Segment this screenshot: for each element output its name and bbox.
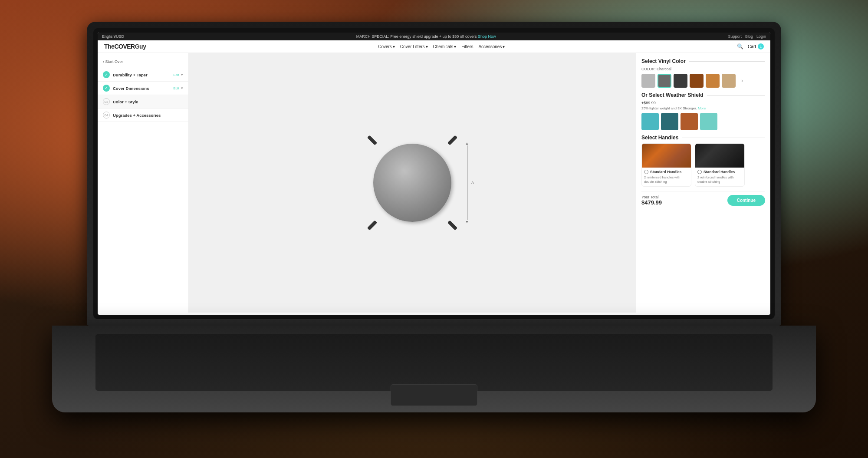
- weather-shield-title: Or Select Weather Shield: [641, 92, 765, 98]
- weather-shield-section: Or Select Weather Shield +$89.99 25% lig…: [641, 92, 765, 130]
- promo-text: MARCH SPECIAL: Free energy shield upgrad…: [124, 34, 728, 39]
- swatch-beige[interactable]: [722, 74, 736, 88]
- step-dimensions[interactable]: ✓ Cover Dimensions Edit ▾: [98, 82, 188, 95]
- color-label: COLOR: Charcoal: [641, 67, 765, 71]
- login-link[interactable]: Login: [756, 34, 766, 39]
- weather-more-link[interactable]: More: [698, 106, 706, 110]
- step3-label: Color + Style: [113, 99, 183, 104]
- handles-section: Select Handles Standard Handles: [641, 135, 765, 187]
- top-banner: English/USD MARCH SPECIAL: Free energy s…: [98, 33, 770, 40]
- step-color-style[interactable]: 03 Color + Style: [98, 95, 188, 109]
- more-colors-arrow[interactable]: ›: [738, 74, 746, 88]
- shop-now-link[interactable]: Shop Now: [478, 34, 496, 39]
- handle-bottom-right: [447, 220, 457, 230]
- step1-edit-link[interactable]: Edit: [173, 73, 179, 77]
- keyboard: [95, 334, 773, 391]
- step2-arrow-icon: ▾: [181, 86, 183, 90]
- handle-top-left: [367, 135, 377, 145]
- dimension-indicator: ▲ ▼ A: [465, 142, 469, 224]
- banner-right: Support Blog Login: [728, 34, 766, 39]
- handle-black-desc: 2 reinforced handles with double-stitchi…: [697, 175, 742, 184]
- handle-black-image: [695, 144, 744, 168]
- wswatch-copper[interactable]: [681, 113, 698, 130]
- handle-black-info: Standard Handles 2 reinforced handles wi…: [695, 168, 744, 186]
- handle-wood-radio-row: Standard Handles: [644, 170, 689, 174]
- search-icon[interactable]: 🔍: [737, 43, 743, 49]
- footer-total-bar: Your Total $479.99 Continue: [641, 191, 765, 206]
- support-link[interactable]: Support: [728, 34, 742, 39]
- cover-top-view: [373, 144, 451, 222]
- handle-wood-desc: 2 reinforced handles with double-stitchi…: [644, 175, 689, 184]
- handle-wood-info: Standard Handles 2 reinforced handles wi…: [642, 168, 691, 186]
- cover-image: ▲ ▼ A: [365, 135, 460, 231]
- total-section: Your Total $479.99: [641, 195, 662, 206]
- website: English/USD MARCH SPECIAL: Free energy s…: [98, 33, 770, 315]
- covers-link[interactable]: Covers ▾: [378, 44, 395, 49]
- site-logo[interactable]: TheCOVERGuy: [104, 43, 146, 50]
- step4-label: Upgrades + Accessories: [113, 113, 183, 118]
- nav-links: Covers ▾ Cover Lifters ▾ Chemicals ▾ Fil…: [378, 44, 505, 49]
- nav-right: 🔍 Cart 1: [737, 43, 764, 49]
- product-preview: ▲ ▼ A: [189, 53, 636, 313]
- handles-title: Select Handles: [641, 135, 765, 141]
- vinyl-color-section-title: Select Vinyl Color: [641, 58, 765, 64]
- step1-check-icon: ✓: [103, 71, 110, 78]
- right-panel: Select Vinyl Color COLOR: Charcoal ›: [636, 53, 770, 313]
- step2-edit-link[interactable]: Edit: [173, 86, 179, 90]
- dimension-label: A: [471, 181, 474, 185]
- step1-arrow-icon: ▾: [181, 72, 183, 77]
- handle-top-right: [447, 135, 457, 145]
- handle-black-radio[interactable]: [697, 170, 702, 174]
- handle-wood-name: Standard Handles: [650, 170, 681, 174]
- accessories-link[interactable]: Accessories ▾: [478, 44, 505, 49]
- wswatch-light-teal[interactable]: [700, 113, 717, 130]
- screen-bezel: English/USD MARCH SPECIAL: Free energy s…: [93, 28, 775, 319]
- total-label: Your Total: [641, 195, 662, 199]
- handle-card-wood[interactable]: Standard Handles 2 reinforced handles wi…: [641, 143, 691, 187]
- swatch-dark-grey[interactable]: [674, 74, 687, 88]
- wswatch-teal[interactable]: [641, 113, 659, 130]
- navigation: TheCOVERGuy Covers ▾ Cover Lifters ▾ Che…: [98, 40, 770, 53]
- cart-link[interactable]: Cart 1: [748, 43, 764, 49]
- start-over-link[interactable]: Start Over: [98, 57, 188, 68]
- handle-bottom-left: [367, 220, 377, 230]
- step2-label: Cover Dimensions: [113, 86, 173, 91]
- laptop-base: [52, 326, 816, 412]
- sidebar: Start Over ✓ Durability + Taper Edit ▾ ✓: [98, 53, 189, 313]
- handle-card-black[interactable]: Standard Handles 2 reinforced handles wi…: [695, 143, 745, 187]
- laptop: English/USD MARCH SPECIAL: Free energy s…: [87, 22, 781, 412]
- filters-link[interactable]: Filters: [461, 44, 473, 49]
- handle-wood-radio[interactable]: [644, 170, 648, 174]
- step-upgrades[interactable]: 04 Upgrades + Accessories: [98, 109, 188, 122]
- wswatch-dark-teal[interactable]: [661, 113, 678, 130]
- weather-color-swatches: [641, 113, 765, 130]
- handle-options: Standard Handles 2 reinforced handles wi…: [641, 143, 765, 187]
- handle-wood-image: [642, 144, 691, 168]
- total-price: $479.99: [641, 199, 662, 206]
- handle-black-radio-row: Standard Handles: [697, 170, 742, 174]
- chemicals-link[interactable]: Chemicals ▾: [433, 44, 457, 49]
- blog-link[interactable]: Blog: [745, 34, 753, 39]
- main-content: Start Over ✓ Durability + Taper Edit ▾ ✓: [98, 53, 770, 313]
- step4-number: 04: [103, 112, 110, 119]
- promo-message: MARCH SPECIAL: Free energy shield upgrad…: [356, 34, 477, 39]
- step3-number: 03: [103, 98, 110, 105]
- swatch-brown[interactable]: [690, 74, 704, 88]
- laptop-lid: English/USD MARCH SPECIAL: Free energy s…: [87, 22, 781, 326]
- swatch-light-grey[interactable]: [641, 74, 655, 88]
- swatch-charcoal[interactable]: [658, 74, 671, 88]
- continue-button[interactable]: Continue: [727, 195, 765, 206]
- touchpad: [391, 384, 477, 406]
- swatch-tan[interactable]: [706, 74, 720, 88]
- weather-shield-desc: 25% lighter weight and 3X Stronger. More: [641, 106, 765, 110]
- step1-label: Durability + Taper: [113, 72, 173, 77]
- handle-black-name: Standard Handles: [704, 170, 735, 174]
- cover-lifters-link[interactable]: Cover Lifters ▾: [400, 44, 428, 49]
- vinyl-color-swatches: ›: [641, 74, 765, 88]
- step-durability[interactable]: ✓ Durability + Taper Edit ▾: [98, 68, 188, 82]
- screen: English/USD MARCH SPECIAL: Free energy s…: [98, 33, 770, 315]
- locale-selector[interactable]: English/USD: [102, 34, 124, 39]
- step2-check-icon: ✓: [103, 85, 110, 92]
- weather-shield-price: +$89.99: [641, 101, 765, 105]
